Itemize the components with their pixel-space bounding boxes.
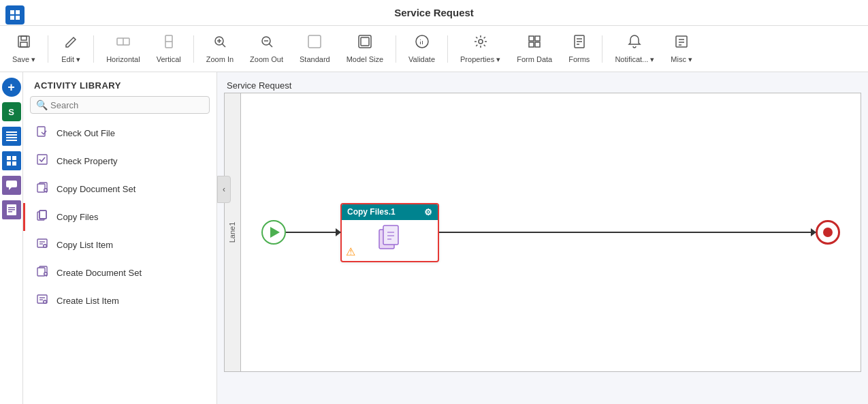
separator-1	[48, 35, 48, 63]
task-name: Copy Files.1	[347, 207, 396, 217]
start-event-play-icon	[270, 227, 280, 238]
copy-document-set-label: Copy Document Set	[57, 184, 135, 194]
misc-button[interactable]: Misc ▾	[664, 31, 699, 67]
svg-rect-5	[21, 36, 27, 40]
start-event[interactable]	[261, 220, 286, 245]
standard-button[interactable]: Standard	[293, 31, 337, 66]
properties-icon	[473, 34, 488, 53]
task-gear-icon[interactable]: ⚙	[424, 207, 432, 217]
comment-icon-btn[interactable]	[2, 176, 21, 195]
zoom-out-label: Zoom Out	[250, 55, 283, 63]
copy-files-icon	[36, 209, 50, 225]
collapse-library-button[interactable]: ‹	[217, 176, 231, 203]
lane-label-text: Lane1	[229, 222, 237, 243]
svg-rect-22	[529, 36, 534, 41]
zoom-in-icon	[212, 34, 227, 53]
notifications-icon	[627, 34, 642, 53]
sharepoint-icon-btn[interactable]: S	[2, 102, 21, 121]
form-data-label: Form Data	[517, 55, 552, 63]
task-warning-icon: ⚠	[346, 245, 355, 258]
zoom-in-label: Zoom In	[206, 55, 234, 63]
separator-4	[396, 35, 396, 63]
svg-point-21	[479, 40, 483, 44]
vertical-label: Vertical	[157, 55, 181, 63]
svg-rect-18	[308, 35, 321, 48]
canvas-breadcrumb: Service Request	[227, 80, 291, 91]
end-event[interactable]	[816, 220, 840, 245]
svg-rect-40	[7, 161, 11, 166]
forms-button[interactable]: Forms	[562, 31, 596, 66]
zoom-out-icon	[259, 34, 274, 53]
create-list-item-icon	[36, 293, 50, 309]
window-title: Service Request	[394, 7, 474, 18]
form-data-button[interactable]: Form Data	[510, 31, 559, 66]
svg-line-12	[222, 44, 225, 47]
svg-rect-41	[12, 161, 16, 166]
check-out-file-label: Check Out File	[57, 128, 115, 138]
add-icon-btn[interactable]: +	[2, 78, 21, 97]
standard-icon	[307, 34, 322, 53]
search-input[interactable]	[50, 100, 204, 110]
edit-button[interactable]: Edit ▾	[54, 31, 88, 67]
svg-rect-48	[37, 127, 45, 136]
model-size-label: Model Size	[347, 55, 383, 63]
lib-item-create-list-item[interactable]: Create List Item	[23, 287, 216, 315]
toolbar: Save ▾ Edit ▾ Horizontal Vertical Zoom I…	[0, 26, 868, 72]
lib-item-copy-files[interactable]: Copy Files	[23, 203, 216, 231]
svg-rect-45	[8, 207, 15, 208]
lib-item-copy-list-item[interactable]: Copy List Item	[23, 231, 216, 259]
svg-rect-46	[8, 209, 15, 211]
model-size-button[interactable]: Model Size	[340, 31, 390, 66]
save-label: Save ▾	[12, 55, 35, 64]
lib-item-check-property[interactable]: Check Property	[23, 147, 216, 175]
check-property-label: Check Property	[57, 156, 118, 166]
lib-item-check-out-file[interactable]: Check Out File	[23, 119, 216, 147]
model-size-icon	[357, 34, 372, 53]
svg-rect-49	[37, 155, 47, 164]
notifications-button[interactable]: Notificat... ▾	[608, 31, 661, 67]
zoom-in-button[interactable]: Zoom In	[199, 31, 240, 66]
separator-3	[193, 35, 194, 63]
library-header: Activity Library	[23, 72, 216, 96]
app-grid-icon[interactable]	[5, 5, 25, 25]
task-copy-files-icon	[378, 224, 402, 256]
svg-rect-0	[10, 10, 14, 14]
task-body: ⚠	[342, 220, 438, 261]
flow-area: Copy Files.1 ⚙	[241, 93, 861, 371]
vertical-button[interactable]: Vertical	[150, 31, 188, 66]
check-property-icon	[36, 153, 50, 169]
document-icon-btn[interactable]	[2, 200, 21, 219]
forms-icon	[572, 34, 587, 53]
svg-rect-34	[6, 131, 17, 133]
canvas-area[interactable]: Service Request Lane1	[217, 72, 868, 404]
notifications-label: Notificat... ▾	[615, 55, 654, 64]
horizontal-button[interactable]: Horizontal	[99, 31, 147, 66]
save-button[interactable]: Save ▾	[5, 31, 42, 67]
canvas-inner: Service Request Lane1	[217, 72, 868, 379]
list-icon-btn[interactable]	[2, 127, 21, 146]
lib-item-copy-document-set[interactable]: Copy Document Set	[23, 175, 216, 203]
zoom-out-button[interactable]: Zoom Out	[243, 31, 290, 66]
check-out-file-icon	[36, 125, 50, 141]
copy-list-item-icon	[36, 237, 50, 253]
library-list: Check Out File Check Property Copy Docum…	[23, 119, 216, 404]
svg-rect-20	[361, 37, 369, 46]
lib-item-create-document-set[interactable]: Create Document Set	[23, 259, 216, 287]
properties-button[interactable]: Properties ▾	[453, 31, 507, 67]
svg-rect-24	[529, 42, 534, 47]
create-document-set-label: Create Document Set	[57, 268, 142, 278]
task-node-copy-files-1[interactable]: Copy Files.1 ⚙	[340, 203, 439, 262]
lane-label: Lane1	[225, 93, 241, 371]
horizontal-icon	[116, 34, 131, 53]
misc-label: Misc ▾	[671, 55, 692, 64]
validate-button[interactable]: Validate	[402, 31, 442, 66]
grid-icon-btn[interactable]	[2, 151, 21, 170]
svg-rect-3	[16, 16, 20, 20]
vertical-icon	[161, 34, 176, 53]
search-box[interactable]: 🔍	[30, 96, 210, 114]
svg-rect-39	[12, 156, 16, 160]
edit-icon	[63, 34, 78, 53]
svg-rect-55	[39, 211, 46, 219]
svg-rect-2	[10, 16, 14, 20]
svg-marker-43	[9, 187, 12, 190]
